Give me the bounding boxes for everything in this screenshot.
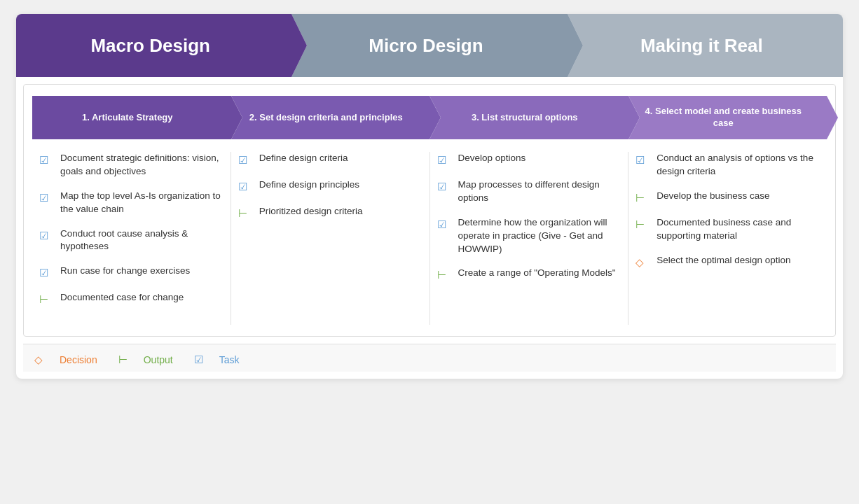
list-item: ⊢ Documented business case and supportin…: [635, 216, 820, 243]
list-item: ⊢ Develop the business case: [635, 190, 820, 205]
list-item: ☑ Determine how the organization will op…: [437, 216, 621, 256]
phase-making-real: Making it Real: [568, 14, 843, 77]
decision-icon: ◇: [34, 354, 50, 366]
list-item: ⊢ Documented case for change: [39, 291, 224, 307]
phase-micro-design: Micro Design: [291, 14, 567, 77]
phase-macro-design: Macro Design: [16, 14, 291, 77]
task-icon: ☑: [437, 217, 453, 232]
task-icon: ☑: [437, 153, 453, 167]
step-1-header: 1. Articulate Strategy: [32, 96, 231, 139]
legend-output: ⊢ Output: [118, 353, 173, 366]
column-2: ☑ Define design criteria ☑ Define design…: [231, 152, 430, 325]
output-icon: ⊢: [437, 267, 453, 282]
list-item: ☑ Map processes to different design opti…: [437, 178, 621, 205]
task-icon: ☑: [238, 153, 254, 167]
step-4-label: 4. Select model and create business case: [640, 106, 808, 130]
steps-header: 1. Articulate Strategy 2. Set design cri…: [32, 96, 827, 139]
list-item: ☑ Document strategic definitions: vision…: [39, 152, 224, 178]
task-icon: ☑: [437, 179, 453, 194]
task-icon: ☑: [39, 190, 55, 205]
output-icon: ⊢: [238, 206, 254, 220]
decision-icon: ◇: [635, 255, 651, 270]
step-1-label: 1. Articulate Strategy: [82, 112, 173, 124]
output-icon: ⊢: [39, 292, 55, 307]
legend-task: ☑ Task: [194, 353, 240, 366]
list-item: ☑ Define design principles: [238, 178, 422, 194]
column-1: ☑ Document strategic definitions: vision…: [32, 152, 231, 325]
task-icon: ☑: [39, 265, 55, 280]
task-icon: ☑: [194, 354, 209, 366]
output-icon: ⊢: [635, 190, 651, 205]
list-item: ☑ Develop options: [437, 152, 621, 167]
list-item: ◇ Select the optimal design option: [635, 254, 820, 270]
phase-header: Macro Design Micro Design Making it Real: [16, 14, 843, 77]
column-3: ☑ Develop options ☑ Map processes to dif…: [430, 152, 629, 325]
output-icon: ⊢: [118, 354, 134, 366]
main-container: Macro Design Micro Design Making it Real…: [16, 14, 843, 379]
step-4-header: 4. Select model and create business case: [628, 96, 827, 139]
legend-decision: ◇ Decision: [34, 353, 97, 366]
task-icon: ☑: [39, 153, 55, 167]
step-3-label: 3. List structural options: [472, 112, 578, 124]
task-icon: ☑: [635, 153, 651, 167]
content-box: 1. Articulate Strategy 2. Set design cri…: [23, 84, 836, 337]
list-item: ☑ Run case for change exercises: [39, 265, 224, 280]
task-icon: ☑: [39, 228, 55, 243]
list-item: ⊢ Prioritized design criteria: [238, 205, 422, 220]
task-icon: ☑: [238, 179, 254, 194]
list-item: ☑ Conduct an analysis of options vs the …: [635, 152, 820, 178]
step-2-header: 2. Set design criteria and principles: [231, 96, 430, 139]
list-item: ☑ Define design criteria: [238, 152, 422, 167]
columns-container: ☑ Document strategic definitions: vision…: [32, 152, 827, 325]
output-icon: ⊢: [635, 217, 651, 232]
legend: ◇ Decision ⊢ Output ☑ Task: [23, 344, 836, 372]
step-3-header: 3. List structural options: [430, 96, 628, 139]
list-item: ☑ Conduct root cause analysis & hypothes…: [39, 227, 224, 254]
step-2-label: 2. Set design criteria and principles: [249, 112, 403, 124]
list-item: ☑ Map the top level As-Is organization t…: [39, 190, 224, 216]
column-4: ☑ Conduct an analysis of options vs the …: [628, 152, 827, 325]
list-item: ⊢ Create a range of "Operating Models": [437, 267, 621, 282]
